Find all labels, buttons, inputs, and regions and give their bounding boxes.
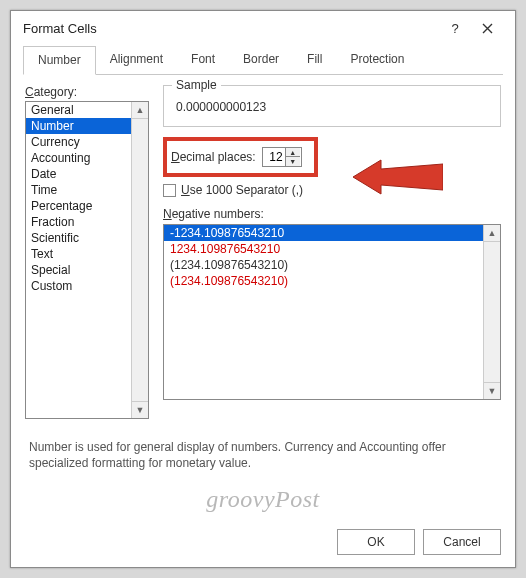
category-item-custom[interactable]: Custom — [26, 278, 148, 294]
scrollbar[interactable] — [483, 242, 500, 382]
help-button[interactable]: ? — [439, 12, 471, 44]
spinner-down-icon[interactable]: ▼ — [286, 157, 300, 166]
decimal-places-spinner[interactable]: ▲ ▼ — [262, 147, 302, 167]
sample-label: Sample — [172, 78, 221, 92]
category-item-scientific[interactable]: Scientific — [26, 230, 148, 246]
tab-protection[interactable]: Protection — [336, 46, 418, 75]
ok-button[interactable]: OK — [337, 529, 415, 555]
category-item-special[interactable]: Special — [26, 262, 148, 278]
scroll-down-icon[interactable]: ▼ — [483, 382, 500, 399]
close-icon — [482, 23, 493, 34]
tab-fill[interactable]: Fill — [293, 46, 336, 75]
thousands-separator-label: Use 1000 Separator (,) — [181, 183, 303, 197]
category-item-date[interactable]: Date — [26, 166, 148, 182]
watermark: groovyPost — [11, 486, 515, 513]
category-item-time[interactable]: Time — [26, 182, 148, 198]
category-item-fraction[interactable]: Fraction — [26, 214, 148, 230]
titlebar: Format Cells ? — [11, 11, 515, 45]
category-label: Category: — [25, 85, 155, 99]
tab-number[interactable]: Number — [23, 46, 96, 75]
sample-group: Sample 0.000000000123 — [163, 85, 501, 127]
cancel-button[interactable]: Cancel — [423, 529, 501, 555]
category-item-number[interactable]: Number — [26, 118, 148, 134]
negative-format-item[interactable]: (1234.109876543210) — [164, 257, 500, 273]
negative-format-item[interactable]: -1234.109876543210 — [164, 225, 500, 241]
dialog-title: Format Cells — [23, 21, 97, 36]
scrollbar[interactable] — [131, 119, 148, 401]
negative-format-item[interactable]: 1234.109876543210 — [164, 241, 500, 257]
format-cells-dialog: Format Cells ? Number Alignment Font Bor… — [10, 10, 516, 568]
tab-font[interactable]: Font — [177, 46, 229, 75]
scroll-down-icon[interactable]: ▼ — [131, 401, 148, 418]
scroll-up-icon[interactable]: ▲ — [483, 225, 500, 242]
thousands-separator-checkbox[interactable] — [163, 184, 176, 197]
tab-strip: Number Alignment Font Border Fill Protec… — [23, 45, 503, 75]
decimal-places-label: Decimal places: — [171, 150, 256, 164]
tab-border[interactable]: Border — [229, 46, 293, 75]
tab-alignment[interactable]: Alignment — [96, 46, 177, 75]
negative-numbers-listbox[interactable]: -1234.109876543210 1234.109876543210 (12… — [163, 224, 501, 400]
category-item-currency[interactable]: Currency — [26, 134, 148, 150]
category-item-general[interactable]: General — [26, 102, 148, 118]
sample-value: 0.000000000123 — [174, 94, 490, 116]
decimal-places-input[interactable] — [263, 148, 285, 166]
spinner-up-icon[interactable]: ▲ — [286, 148, 300, 157]
close-button[interactable] — [471, 12, 503, 44]
category-listbox[interactable]: General Number Currency Accounting Date … — [25, 101, 149, 419]
decimal-highlight: Decimal places: ▲ ▼ — [163, 137, 318, 177]
category-item-percentage[interactable]: Percentage — [26, 198, 148, 214]
negative-format-item[interactable]: (1234.109876543210) — [164, 273, 500, 289]
format-description: Number is used for general display of nu… — [11, 419, 515, 471]
category-item-text[interactable]: Text — [26, 246, 148, 262]
scroll-up-icon[interactable]: ▲ — [131, 102, 148, 119]
category-item-accounting[interactable]: Accounting — [26, 150, 148, 166]
negative-numbers-label: Negative numbers: — [163, 207, 501, 221]
